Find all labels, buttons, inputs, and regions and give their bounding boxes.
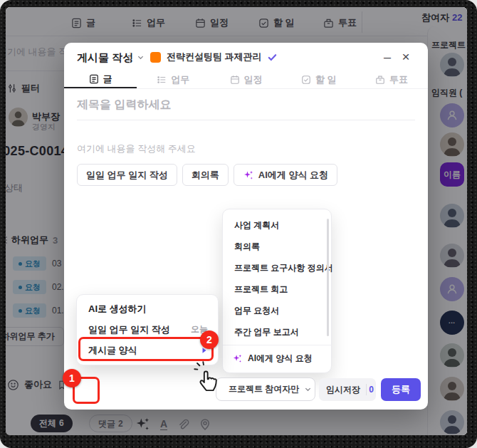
modal-tab-label: 업무: [171, 73, 189, 86]
post-title-input[interactable]: 제목을 입력하세요: [77, 98, 171, 113]
workspace-name: 전략컨설팅팀 과제관리: [167, 51, 262, 63]
modal-tab-label: 글: [103, 73, 112, 85]
format-item-weekly-report[interactable]: 주간 업무 보고서: [223, 321, 331, 343]
minimize-button[interactable]: –: [379, 48, 396, 66]
post-format-submenu: 사업 계획서 회의록 프로젝트 요구사항 정의서 프로젝트 회고 업무 요청서 …: [222, 209, 332, 373]
divider: [223, 345, 331, 345]
ai-menu-header: AI로 생성하기: [77, 298, 218, 319]
modal-tab-task[interactable]: 업무: [137, 71, 209, 88]
format-ai-request-label: AI에게 양식 요청: [248, 353, 313, 365]
close-icon[interactable]: ×: [397, 48, 414, 66]
document-icon: [89, 74, 99, 84]
format-item-minutes[interactable]: 회의록: [223, 236, 331, 257]
attachment-icon[interactable]: [177, 418, 189, 431]
modal-tab-label: 투표: [389, 73, 408, 86]
list-icon: [157, 75, 167, 85]
post-content-input[interactable]: 여기에 내용을 작성해 주세요: [77, 142, 196, 155]
modal-tab-schedule[interactable]: 일정: [209, 71, 282, 88]
annotation-badge-step2: 2: [200, 330, 219, 349]
ai-sparkle-icon: [232, 353, 243, 364]
modal-tab-post[interactable]: 글: [64, 71, 137, 88]
format-item-business-plan[interactable]: 사업 계획서: [223, 214, 331, 236]
workspace-selector[interactable]: 전략컨설팅팀 과제관리: [137, 50, 277, 64]
format-item-task-request[interactable]: 업무 요청서: [223, 300, 331, 321]
visibility-select[interactable]: 프로젝트 참여자만: [216, 377, 315, 401]
cursor-icon: [194, 361, 221, 395]
modal-tab-vote[interactable]: 투표: [355, 71, 428, 88]
format-item-retrospective[interactable]: 프로젝트 회고: [223, 278, 331, 300]
divider: [77, 120, 415, 120]
format-item-requirements[interactable]: 프로젝트 요구사항 정의서: [223, 257, 331, 278]
vote-icon: [375, 75, 385, 85]
template-ai-request-label: AI에게 양식 요청: [258, 169, 328, 182]
screenshot-frame: 글 업무 일정 할 일 투표: [0, 0, 477, 448]
location-icon[interactable]: [199, 418, 211, 431]
submit-button[interactable]: 등록: [381, 378, 421, 401]
checkbox-icon: [301, 75, 311, 85]
modal-title: 게시물 작성: [77, 51, 133, 65]
app-screen: 글 업무 일정 할 일 투표: [6, 7, 467, 435]
ai-sparkle-icon: [243, 170, 254, 181]
template-minutes-button[interactable]: 회의록: [182, 164, 229, 186]
visibility-label: 프로젝트 참여자만: [229, 383, 299, 395]
template-daily-log-button[interactable]: 일일 업무 일지 작성: [77, 164, 177, 186]
modal-tab-label: 일정: [244, 73, 263, 86]
temp-save-count: 0: [367, 385, 376, 395]
temp-save-label: 임시저장: [319, 384, 366, 396]
template-ai-request-button[interactable]: AI에게 양식 요청: [234, 164, 337, 186]
modal-tab-bar: 글 업무 일정 할 일 투표: [64, 71, 428, 89]
text-format-icon[interactable]: A: [160, 419, 167, 430]
verified-check-icon: [268, 53, 277, 62]
annotation-badge-step1: 1: [63, 369, 81, 387]
chevron-down-icon: [137, 53, 145, 61]
temp-save-button[interactable]: 임시저장 0: [319, 378, 376, 401]
chevron-down-icon: [304, 385, 312, 393]
annotation-box-step2: [78, 337, 214, 361]
ai-menu-item-label: 일일 업무 일지 작성: [88, 323, 170, 336]
template-button-row: 일일 업무 일지 작성 회의록 AI에게 양식 요청: [77, 164, 337, 186]
format-ai-request-item[interactable]: AI에게 양식 요청: [223, 348, 331, 370]
calendar-icon: [230, 75, 240, 85]
scrollbar[interactable]: [327, 219, 329, 336]
divider: [130, 52, 130, 63]
modal-tab-todo[interactable]: 할 일: [283, 71, 355, 88]
modal-tab-label: 할 일: [315, 73, 337, 86]
workspace-color-square: [150, 52, 161, 63]
editor-toolbar: A: [135, 416, 211, 432]
ai-sparkle-icon[interactable]: [135, 416, 151, 432]
